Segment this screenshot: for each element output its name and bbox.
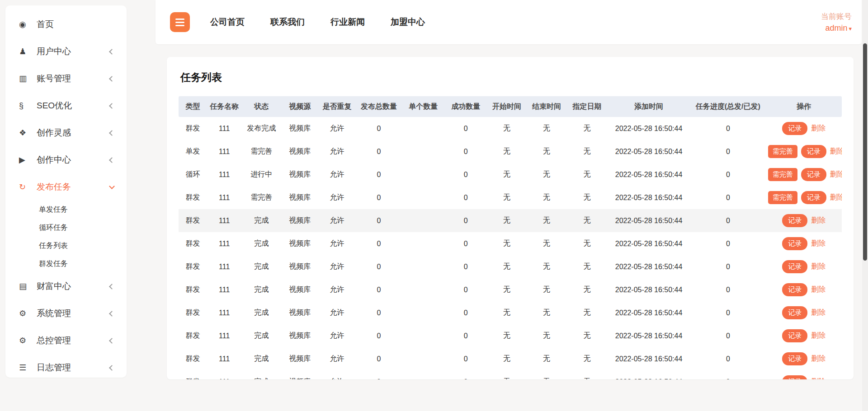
record-button[interactable]: 记录: [782, 375, 807, 379]
hamburger-icon: [175, 19, 184, 20]
cell-start-time: 无: [487, 232, 527, 255]
cell-end-time: 无: [527, 347, 566, 370]
record-button[interactable]: 记录: [782, 306, 807, 319]
column-header: 发布总数量: [356, 96, 402, 117]
column-header: 状态: [241, 96, 281, 117]
column-header: 开始时间: [487, 96, 527, 117]
cell-type: 群发: [179, 232, 207, 255]
cell-video-source: 视频库: [281, 163, 318, 186]
delete-button[interactable]: 删除: [811, 332, 826, 339]
cell-single-count: [402, 186, 444, 209]
sidebar-subitem[interactable]: 任务列表: [5, 237, 127, 255]
home-icon: ◉: [19, 19, 32, 29]
cell-specified-date: 无: [566, 255, 608, 278]
cell-success-count: 0: [444, 117, 487, 140]
record-button[interactable]: 记录: [782, 237, 807, 250]
record-button[interactable]: 记录: [801, 168, 826, 181]
record-button[interactable]: 记录: [782, 214, 807, 227]
cell-repeat: 允许: [319, 255, 356, 278]
cell-added-time: 2022-05-28 16:50:44: [608, 347, 690, 370]
record-button[interactable]: 记录: [782, 329, 807, 342]
chevron-down-icon: [109, 183, 115, 189]
cell-specified-date: 无: [566, 370, 608, 379]
topbar-nav-link[interactable]: 行业新闻: [330, 16, 365, 28]
sidebar-item[interactable]: ▶创作中心: [5, 146, 127, 173]
cell-single-count: [402, 255, 444, 278]
log-icon: ☰: [19, 363, 32, 373]
cell-specified-date: 无: [566, 278, 608, 301]
gear-icon: ⚙: [19, 308, 32, 318]
topbar-nav-link[interactable]: 加盟中心: [391, 16, 425, 28]
actions-cell: 记录删除: [766, 324, 842, 347]
need-button[interactable]: 需完善: [768, 168, 797, 181]
record-button[interactable]: 记录: [801, 145, 826, 158]
record-button[interactable]: 记录: [782, 122, 807, 135]
sidebar-item[interactable]: ↻发布任务: [5, 173, 127, 201]
topbar-nav-link[interactable]: 公司首页: [210, 16, 245, 28]
delete-button[interactable]: 删除: [811, 378, 826, 379]
topbar-nav-link[interactable]: 联系我们: [270, 16, 305, 28]
cell-type: 群发: [179, 347, 207, 370]
sidebar-subitem[interactable]: 循环任务: [5, 219, 127, 237]
cell-end-time: 无: [527, 232, 566, 255]
delete-button[interactable]: 删除: [811, 355, 826, 362]
need-button[interactable]: 需完善: [768, 191, 797, 204]
record-button[interactable]: 记录: [782, 352, 807, 365]
sidebar-item[interactable]: §SEO优化: [5, 92, 127, 119]
record-button[interactable]: 记录: [801, 191, 826, 204]
current-account-label: 当前账号: [821, 11, 852, 23]
sidebar-item[interactable]: ▥账号管理: [5, 65, 127, 92]
sidebar-item[interactable]: ▤财富中心: [5, 273, 127, 300]
scrollbar-thumb[interactable]: [863, 43, 867, 261]
delete-button[interactable]: 删除: [811, 262, 826, 270]
gear-icon: ⚙: [19, 336, 32, 346]
cell-status: 完成: [241, 370, 281, 379]
sidebar-item[interactable]: ⚙系统管理: [5, 300, 127, 327]
need-button[interactable]: 需完善: [768, 145, 797, 158]
cell-single-count: [402, 301, 444, 324]
sidebar-subitem[interactable]: 单发任务: [5, 201, 127, 219]
account-dropdown[interactable]: admin▾: [821, 22, 852, 34]
sidebar-item[interactable]: ◉首页: [5, 11, 127, 38]
actions-cell: 记录删除: [766, 347, 842, 370]
delete-button[interactable]: 删除: [811, 124, 826, 132]
delete-button[interactable]: 删除: [830, 170, 842, 178]
chevron-left-icon: [109, 157, 115, 163]
cell-total-count: 0: [356, 278, 402, 301]
column-header: 结束时间: [527, 96, 566, 117]
scrollbar-track[interactable]: [862, 0, 868, 411]
sidebar-item[interactable]: ⚙总控管理: [5, 327, 127, 354]
sidebar-item[interactable]: ❖创作灵感: [5, 119, 127, 146]
delete-button[interactable]: 删除: [830, 193, 842, 201]
table-row: 群发 111 完成 视频库 允许 0 0 无 无 无 2022-05-28 16…: [179, 324, 842, 347]
account-area: 当前账号 admin▾: [821, 10, 852, 34]
cell-added-time: 2022-05-28 16:50:44: [608, 117, 690, 140]
cell-repeat: 允许: [319, 278, 356, 301]
cell-task-name: 111: [207, 301, 241, 324]
task-table-body: 群发 111 发布完成 视频库 允许 0 0 无 无 无 2022-05-28 …: [179, 117, 842, 379]
menu-toggle-button[interactable]: [170, 12, 190, 32]
sidebar-item-label: 总控管理: [37, 335, 71, 346]
cell-repeat: 允许: [319, 186, 356, 209]
cell-task-name: 111: [207, 209, 241, 232]
cell-added-time: 2022-05-28 16:50:44: [608, 324, 690, 347]
cell-status: 完成: [241, 209, 281, 232]
task-table: 类型任务名称状态视频源是否重复发布总数量单个数量成功数量开始时间结束时间指定日期…: [179, 96, 842, 379]
sidebar-item[interactable]: ♟用户中心: [5, 38, 127, 65]
cell-type: 群发: [179, 186, 207, 209]
delete-button[interactable]: 删除: [811, 285, 826, 293]
cell-task-name: 111: [207, 140, 241, 163]
delete-button[interactable]: 删除: [811, 308, 826, 316]
delete-button[interactable]: 删除: [811, 239, 826, 247]
delete-button[interactable]: 删除: [811, 216, 826, 224]
users-icon: ♟: [19, 47, 32, 56]
record-button[interactable]: 记录: [782, 283, 807, 296]
sidebar-item[interactable]: ☰日志管理: [5, 354, 127, 381]
delete-button[interactable]: 删除: [830, 147, 842, 155]
cell-task-name: 111: [207, 163, 241, 186]
cell-total-count: 0: [356, 209, 402, 232]
record-button[interactable]: 记录: [782, 260, 807, 273]
cell-single-count: [402, 278, 444, 301]
cell-end-time: 无: [527, 324, 566, 347]
sidebar-subitem[interactable]: 群发任务: [5, 255, 127, 273]
